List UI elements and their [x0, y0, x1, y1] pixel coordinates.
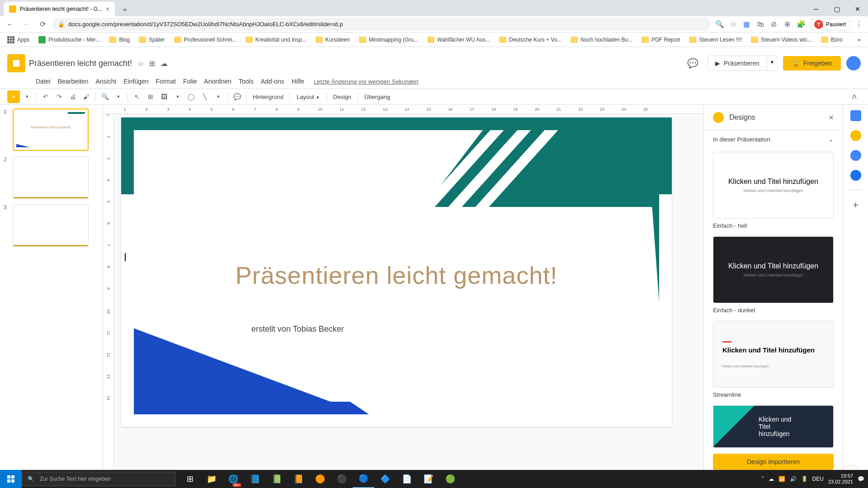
contacts-icon[interactable]: [850, 170, 861, 181]
bookmark-folder[interactable]: Später: [135, 35, 168, 45]
menu-addons[interactable]: Add-ons: [258, 76, 288, 87]
chrome-icon[interactable]: 🔵: [353, 470, 374, 488]
taskbar-search[interactable]: 🔍 Zur Suche Text hier eingeben: [22, 472, 175, 486]
bookmark-folder[interactable]: Kreativität und Insp...: [242, 35, 310, 45]
slides-logo-icon[interactable]: [7, 54, 25, 72]
minimize-button[interactable]: ─: [806, 2, 826, 16]
slide-thumbnail-3[interactable]: [13, 204, 89, 247]
design-card-streamline[interactable]: Klicken und Titel hinzufügen Klicken und…: [713, 321, 834, 388]
extensions-icon[interactable]: 🧩: [796, 19, 807, 30]
keep-icon[interactable]: [850, 130, 861, 141]
line-tool[interactable]: ╲: [198, 90, 211, 103]
shape-tool[interactable]: ◯: [185, 90, 198, 103]
menu-tools[interactable]: Tools: [236, 76, 257, 87]
zoom-dropdown[interactable]: ▼: [112, 90, 125, 103]
menu-datei[interactable]: Datei: [33, 76, 54, 87]
bookmark-folder[interactable]: Professionell Schrei...: [170, 35, 240, 45]
extension-icon[interactable]: 🛍: [755, 19, 766, 30]
select-tool[interactable]: ↖: [131, 90, 143, 103]
last-edit-link[interactable]: Letzte Änderung vor wenigen Sekunden: [314, 78, 418, 85]
menu-einfuegen[interactable]: Einfügen: [120, 76, 151, 87]
new-tab-button[interactable]: +: [118, 4, 131, 16]
print-button[interactable]: 🖨: [66, 90, 79, 103]
design-button[interactable]: Design: [330, 94, 355, 100]
menu-bearbeiten[interactable]: Bearbeiten: [55, 76, 92, 87]
bookmark-item[interactable]: Produktsuche - Mer...: [35, 34, 104, 45]
paint-format-button[interactable]: 🖌: [80, 90, 93, 103]
wifi-icon[interactable]: 📶: [778, 476, 785, 482]
star-icon[interactable]: ☆: [728, 19, 739, 30]
excel-icon[interactable]: 📗: [266, 470, 288, 488]
star-icon[interactable]: ☆: [137, 59, 144, 68]
spotify-icon[interactable]: 🟢: [439, 470, 461, 488]
edge-icon[interactable]: 🌐99+: [222, 470, 244, 488]
menu-anordnen[interactable]: Anordnen: [201, 76, 235, 87]
new-slide-dropdown[interactable]: ▼: [21, 90, 33, 103]
close-panel-button[interactable]: ×: [829, 113, 834, 122]
zoom-icon[interactable]: 🔍: [714, 19, 725, 30]
menu-format[interactable]: Format: [153, 76, 179, 87]
slide-thumbnail-2[interactable]: [13, 156, 89, 199]
bookmark-folder[interactable]: Deutsche Kurs + Vo...: [495, 35, 565, 45]
maximize-button[interactable]: ▢: [826, 2, 847, 16]
undo-button[interactable]: ↶: [39, 90, 52, 103]
app-icon[interactable]: 📄: [396, 470, 418, 488]
obs-icon[interactable]: ⚫: [331, 470, 353, 488]
address-bar[interactable]: 🔒 docs.google.com/presentation/d/1yV372S…: [52, 18, 711, 31]
designs-section-dropdown[interactable]: In dieser Präsentation ⌄: [704, 131, 843, 148]
menu-hilfe[interactable]: Hilfe: [288, 76, 307, 87]
bookmarks-overflow[interactable]: »: [854, 35, 864, 45]
textbox-tool[interactable]: ⊞: [144, 90, 157, 103]
close-window-button[interactable]: ✕: [847, 2, 868, 16]
edge-icon[interactable]: 🔷: [374, 470, 396, 488]
bookmark-folder[interactable]: Kursideen: [312, 35, 354, 45]
word-icon[interactable]: 📘: [244, 470, 266, 488]
bookmark-folder[interactable]: Steuern Lesen !!!!: [685, 35, 745, 45]
menu-folie[interactable]: Folie: [180, 76, 200, 87]
explorer-icon[interactable]: 📁: [201, 470, 222, 488]
bookmark-folder[interactable]: Mindmapping (Gru...: [355, 35, 422, 45]
slide-title-text[interactable]: Präsentieren leicht gemacht!: [134, 261, 659, 289]
design-card-light[interactable]: Klicken und Titel hinzufügen Klicken und…: [713, 152, 834, 219]
calendar-icon[interactable]: [850, 110, 861, 121]
comments-button[interactable]: 💬: [684, 54, 702, 72]
move-icon[interactable]: ⊞: [149, 59, 155, 68]
comment-tool[interactable]: 💬: [231, 90, 243, 103]
clock[interactable]: 19:57 23.02.2021: [828, 473, 853, 485]
import-design-button[interactable]: Design importieren: [713, 454, 834, 470]
bookmark-folder[interactable]: Noch hochladen Bu...: [567, 35, 636, 45]
language-indicator[interactable]: DEU: [812, 476, 824, 482]
volume-icon[interactable]: 🔊: [790, 476, 797, 482]
notifications-icon[interactable]: 💬: [858, 476, 864, 482]
slide-subtitle-text[interactable]: erstellt von Tobias Becker: [251, 324, 344, 334]
present-button[interactable]: ▶ Präsentieren: [708, 56, 767, 71]
image-dropdown[interactable]: ▼: [171, 90, 184, 103]
browser-menu-icon[interactable]: ⋮: [854, 19, 864, 30]
share-button[interactable]: 🔒 Freigeben: [783, 56, 841, 70]
add-addon-button[interactable]: +: [853, 199, 859, 211]
bookmark-folder[interactable]: Wahlfächer WU Aus...: [424, 35, 494, 45]
layout-button[interactable]: Layout ▼: [293, 94, 324, 100]
start-button[interactable]: [0, 470, 22, 488]
document-title[interactable]: Präsentieren leicht gemacht!: [29, 59, 132, 68]
notepad-icon[interactable]: 📝: [418, 470, 439, 488]
line-dropdown[interactable]: ▼: [212, 90, 225, 103]
profile-paused-button[interactable]: T Pausiert: [809, 19, 851, 30]
collapse-toolbar-button[interactable]: ᐱ: [848, 90, 861, 103]
reload-button[interactable]: ⟳: [36, 18, 49, 31]
image-tool[interactable]: 🖼: [158, 90, 170, 103]
translate-icon[interactable]: ⊕: [782, 19, 793, 30]
browser-tab[interactable]: Präsentieren leicht gemacht! - G... ×: [4, 2, 115, 16]
task-view-button[interactable]: ⊞: [179, 470, 201, 488]
bookmark-folder[interactable]: PDF Report: [638, 35, 684, 45]
onedrive-icon[interactable]: ☁: [769, 476, 774, 482]
account-avatar[interactable]: [846, 56, 861, 70]
zoom-button[interactable]: 🔍: [99, 90, 111, 103]
menu-ansicht[interactable]: Ansicht: [92, 76, 119, 87]
slide-thumbnail-1[interactable]: Präsentieren leicht gemacht!: [13, 108, 89, 151]
present-dropdown[interactable]: ▼: [767, 56, 778, 71]
app-icon[interactable]: 🟠: [309, 470, 331, 488]
transition-button[interactable]: Übergang: [361, 94, 394, 100]
battery-icon[interactable]: 🔋: [801, 476, 808, 482]
design-card-dark[interactable]: Klicken und Titel hinzufügen Klicken und…: [713, 236, 834, 303]
